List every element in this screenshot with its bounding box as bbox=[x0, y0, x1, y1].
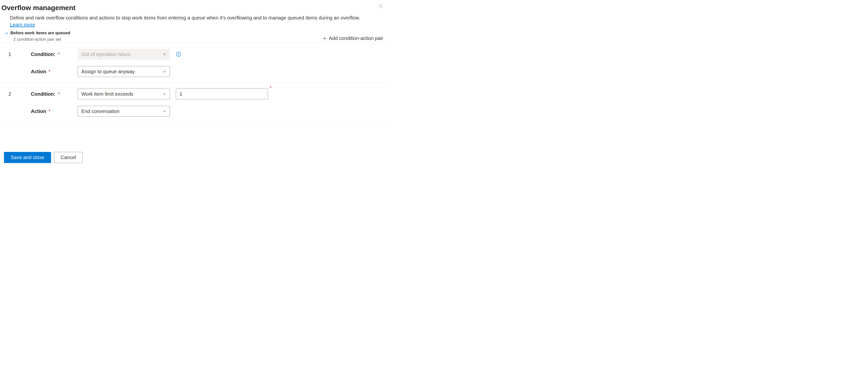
action-label: Action * bbox=[31, 109, 78, 114]
condition-action-pair: 2Condition: *Work item limit exceeds*Act… bbox=[0, 82, 387, 122]
cancel-button[interactable]: Cancel bbox=[54, 152, 83, 163]
chevron-down-icon bbox=[163, 70, 166, 73]
close-icon bbox=[379, 4, 383, 8]
condition-value: Out of operation hours bbox=[82, 52, 130, 57]
add-pair-label: Add condition-action pair bbox=[329, 35, 383, 41]
condition-select[interactable]: Work item limit exceeds bbox=[78, 89, 170, 99]
condition-label: Condition: * bbox=[31, 52, 78, 57]
condition-label: Condition: * bbox=[31, 91, 78, 97]
chevron-down-icon bbox=[5, 31, 8, 35]
action-row: Action *End conversation bbox=[0, 106, 387, 117]
section-header-left: Before work items are queued 2 condition… bbox=[5, 31, 70, 42]
required-marker: * bbox=[270, 86, 272, 91]
chevron-down-icon bbox=[163, 53, 166, 56]
svg-rect-6 bbox=[178, 54, 179, 56]
required-marker: * bbox=[58, 52, 60, 57]
pairs-container: 1Condition: *Out of operation hoursActio… bbox=[0, 43, 387, 122]
header-row: Overflow management bbox=[0, 2, 387, 14]
close-button[interactable] bbox=[376, 2, 386, 11]
chevron-down-icon bbox=[163, 110, 166, 113]
required-marker: * bbox=[58, 91, 60, 97]
chevron-down-icon bbox=[163, 92, 166, 96]
condition-row: 1Condition: *Out of operation hours bbox=[0, 49, 387, 60]
action-select[interactable]: Assign to queue anyway bbox=[78, 66, 170, 77]
section-header: Before work items are queued 2 condition… bbox=[0, 28, 387, 43]
limit-input-wrap: * bbox=[176, 89, 268, 99]
description-text: Define and rank overflow conditions and … bbox=[10, 15, 360, 21]
pair-index: 2 bbox=[0, 91, 31, 97]
required-marker: * bbox=[49, 109, 51, 114]
action-controls: Assign to queue anyway bbox=[78, 66, 170, 77]
page-description: Define and rank overflow conditions and … bbox=[0, 14, 365, 28]
section-toggle[interactable]: Before work items are queued bbox=[5, 31, 70, 35]
condition-controls: Work item limit exceeds* bbox=[78, 89, 268, 99]
action-row: Action *Assign to queue anyway bbox=[0, 66, 387, 77]
page-title: Overflow management bbox=[1, 4, 75, 12]
section-title: Before work items are queued bbox=[10, 31, 70, 35]
footer-actions: Save and close Cancel bbox=[0, 122, 387, 163]
save-and-close-button[interactable]: Save and close bbox=[4, 152, 51, 163]
required-marker: * bbox=[49, 69, 51, 74]
overflow-management-panel: Overflow management Define and rank over… bbox=[0, 0, 387, 171]
condition-controls: Out of operation hours bbox=[78, 49, 181, 60]
pair-index: 1 bbox=[0, 52, 31, 57]
svg-point-5 bbox=[178, 53, 179, 53]
action-label: Action * bbox=[31, 69, 78, 75]
section-subtitle: 2 condition-action pair set bbox=[5, 37, 70, 42]
action-select[interactable]: End conversation bbox=[78, 106, 170, 117]
add-condition-action-pair-button[interactable]: Add condition-action pair bbox=[321, 31, 385, 43]
condition-row: 2Condition: *Work item limit exceeds* bbox=[0, 89, 387, 99]
condition-action-pair: 1Condition: *Out of operation hoursActio… bbox=[0, 43, 387, 82]
condition-value: Work item limit exceeds bbox=[82, 91, 133, 97]
action-value: Assign to queue anyway bbox=[82, 69, 135, 75]
action-controls: End conversation bbox=[78, 106, 170, 117]
plus-icon bbox=[322, 36, 327, 41]
limit-input[interactable] bbox=[176, 89, 268, 99]
action-value: End conversation bbox=[82, 109, 120, 114]
condition-select: Out of operation hours bbox=[78, 49, 170, 60]
learn-more-link[interactable]: Learn more bbox=[10, 22, 35, 27]
info-icon[interactable] bbox=[176, 52, 181, 57]
